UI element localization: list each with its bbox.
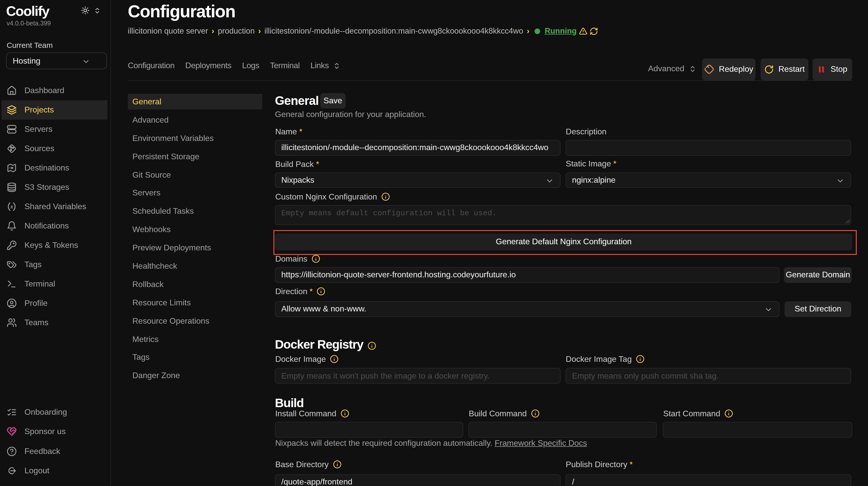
svg-text:x: x [10,203,13,210]
